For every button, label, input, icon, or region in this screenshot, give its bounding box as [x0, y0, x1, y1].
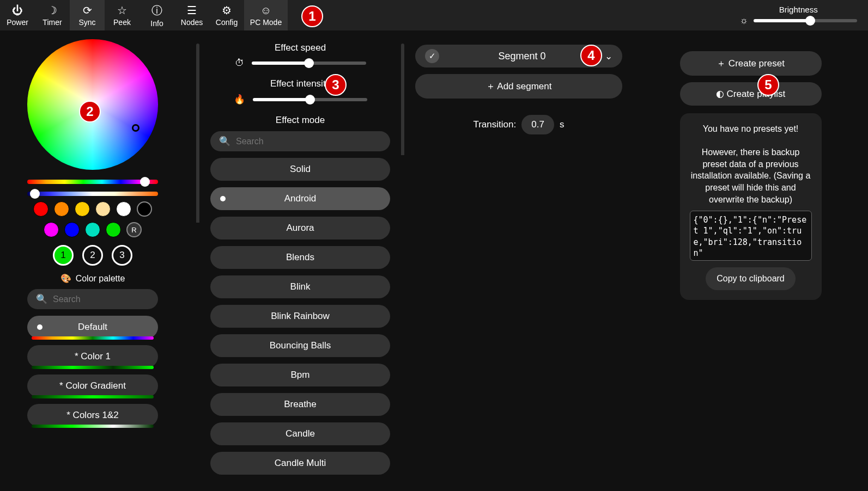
- palette-icon: 🎨: [60, 273, 71, 284]
- gear-icon: ⚙: [222, 4, 232, 17]
- swatch-green[interactable]: [106, 222, 121, 237]
- create-preset-button[interactable]: ＋ Create preset: [680, 51, 822, 76]
- smile-icon: ☺: [260, 4, 271, 17]
- slot-3[interactable]: 3: [112, 245, 132, 266]
- annotation-2: 2: [79, 101, 101, 122]
- effect-search-input[interactable]: [236, 137, 381, 146]
- slot-1[interactable]: 1: [53, 245, 74, 266]
- sync-button[interactable]: ⟳Sync: [70, 0, 105, 30]
- effect-blink[interactable]: Blink: [210, 275, 390, 298]
- effect-bpm[interactable]: Bpm: [210, 364, 390, 386]
- color-slot-row: 1 2 3: [27, 245, 158, 266]
- playlist-icon: ◐: [716, 89, 724, 99]
- segment-name: Segment 0: [446, 51, 598, 62]
- segment-check-icon[interactable]: ✓: [425, 49, 439, 63]
- color-swatches: R: [27, 201, 158, 237]
- effect-candle-multi[interactable]: Candle Multi: [210, 452, 390, 475]
- swatch-black[interactable]: [137, 201, 152, 217]
- swatch-reset[interactable]: R: [126, 222, 142, 237]
- search-icon: 🔍: [219, 136, 230, 147]
- power-button[interactable]: ⏻Power: [0, 0, 35, 30]
- effect-blends[interactable]: Blends: [210, 246, 390, 269]
- star-icon: ☆: [117, 4, 127, 17]
- transition-row: Transition: s: [415, 115, 622, 134]
- swatch-magenta[interactable]: [44, 222, 59, 237]
- swatch-white[interactable]: [116, 201, 131, 217]
- palette-search-input[interactable]: [53, 294, 162, 304]
- effect-intensity-slider[interactable]: [253, 98, 367, 101]
- nodes-icon: ☰: [187, 4, 197, 17]
- timer-button[interactable]: ☽Timer: [35, 0, 70, 30]
- pcmode-button[interactable]: ☺PC Mode: [244, 0, 288, 30]
- create-playlist-button[interactable]: ◐ Create playlist: [680, 82, 822, 106]
- brightness-control: Brightness ☼: [739, 5, 868, 26]
- palette-colorgradient[interactable]: * Color Gradient: [27, 375, 158, 397]
- speed-label: Effect speed: [210, 42, 390, 53]
- colorwheel-cursor[interactable]: [132, 124, 139, 132]
- effect-aurora[interactable]: Aurora: [210, 217, 390, 240]
- swatch-blue[interactable]: [64, 222, 80, 237]
- preset-msg-2: However, there is backup preset data of …: [690, 146, 812, 205]
- palette-title: 🎨 Color palette: [27, 273, 158, 284]
- palette-colors12[interactable]: * Colors 1&2: [27, 404, 158, 427]
- palette-search[interactable]: 🔍: [27, 289, 158, 309]
- plus-icon: ＋: [486, 81, 495, 91]
- palette-default[interactable]: Default: [27, 316, 158, 339]
- annotation-3: 3: [325, 74, 347, 96]
- timer-icon: ⏱: [235, 58, 244, 69]
- white-slider[interactable]: [27, 192, 158, 196]
- effect-solid[interactable]: Solid: [210, 158, 390, 181]
- effect-bouncing-balls[interactable]: Bouncing Balls: [210, 334, 390, 357]
- swatch-amber[interactable]: [75, 201, 90, 217]
- copy-button[interactable]: Copy to clipboard: [706, 267, 796, 290]
- annotation-1: 1: [301, 5, 323, 27]
- effect-breathe[interactable]: Breathe: [210, 393, 390, 416]
- add-segment-button[interactable]: ＋ Add segment: [415, 74, 622, 99]
- effect-speed-slider[interactable]: [252, 62, 366, 65]
- slot-2[interactable]: 2: [82, 245, 103, 266]
- preset-json[interactable]: {"0":{},"1":{"n":"Preset 1","ql":"1","on…: [690, 211, 812, 261]
- brightness-label: Brightness: [779, 5, 818, 14]
- toolbar: ⏻Power ☽Timer ⟳Sync ☆Peek ⓘInfo ☰Nodes ⚙…: [0, 0, 868, 30]
- segments-column: ✓ Segment 0 ⌄ ＋ Add segment Transition: …: [404, 39, 633, 491]
- effect-android[interactable]: Android: [210, 187, 390, 210]
- plus-icon: ＋: [717, 58, 726, 69]
- search-icon: 🔍: [36, 293, 47, 305]
- presets-column: ＋ Create preset ◐ Create playlist You ha…: [633, 39, 868, 491]
- sync-icon: ⟳: [83, 4, 92, 17]
- effects-column: Effect speed ⏱ Effect intensity 🔥 Effect…: [199, 39, 401, 491]
- swatch-orange[interactable]: [54, 201, 69, 217]
- brightness-icon: ☼: [739, 15, 748, 26]
- fire-icon: 🔥: [234, 94, 245, 105]
- swatch-cyan[interactable]: [85, 222, 100, 237]
- effect-candle[interactable]: Candle: [210, 422, 390, 445]
- preset-msg-1: You have no presets yet!: [690, 123, 812, 135]
- palette-color1[interactable]: * Color 1: [27, 345, 158, 368]
- hue-slider[interactable]: [27, 180, 158, 184]
- annotation-4: 4: [580, 45, 602, 66]
- peek-button[interactable]: ☆Peek: [105, 0, 139, 30]
- swatch-warm[interactable]: [95, 201, 111, 217]
- config-button[interactable]: ⚙Config: [209, 0, 244, 30]
- swatch-red[interactable]: [33, 201, 48, 217]
- transition-unit: s: [560, 119, 564, 130]
- annotation-5: 5: [757, 74, 779, 96]
- chevron-down-icon[interactable]: ⌄: [605, 51, 612, 62]
- intensity-label: Effect intensity: [210, 78, 390, 89]
- effect-blink-rainbow[interactable]: Blink Rainbow: [210, 305, 390, 328]
- preset-message: You have no presets yet! However, there …: [680, 113, 822, 300]
- power-icon: ⏻: [12, 4, 23, 17]
- transition-input[interactable]: [521, 115, 554, 134]
- brightness-slider[interactable]: [754, 19, 857, 22]
- transition-label: Transition:: [473, 119, 516, 130]
- info-icon: ⓘ: [151, 3, 162, 18]
- moon-icon: ☽: [47, 4, 57, 17]
- info-button[interactable]: ⓘInfo: [139, 0, 174, 30]
- mode-label: Effect mode: [210, 115, 390, 126]
- nodes-button[interactable]: ☰Nodes: [174, 0, 209, 30]
- effect-search[interactable]: 🔍: [210, 131, 390, 151]
